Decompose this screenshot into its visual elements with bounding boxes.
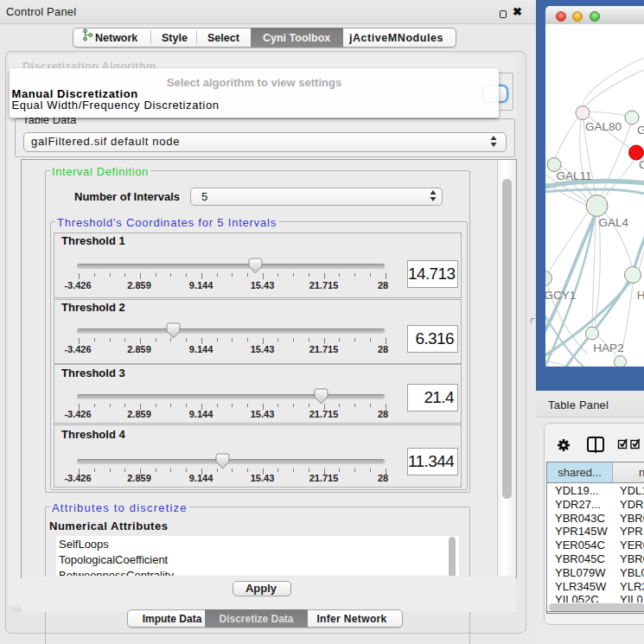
svg-text:GAL11: GAL11 [557, 169, 592, 182]
svg-text:GAL80: GAL80 [585, 120, 622, 133]
svg-text:HAP2: HAP2 [593, 341, 623, 354]
svg-text:C: C [639, 158, 644, 171]
svg-text:H: H [637, 289, 644, 302]
svg-text:GA: GA [637, 124, 644, 137]
svg-text:GCY1: GCY1 [545, 289, 576, 302]
svg-text:GAL4: GAL4 [598, 216, 628, 229]
